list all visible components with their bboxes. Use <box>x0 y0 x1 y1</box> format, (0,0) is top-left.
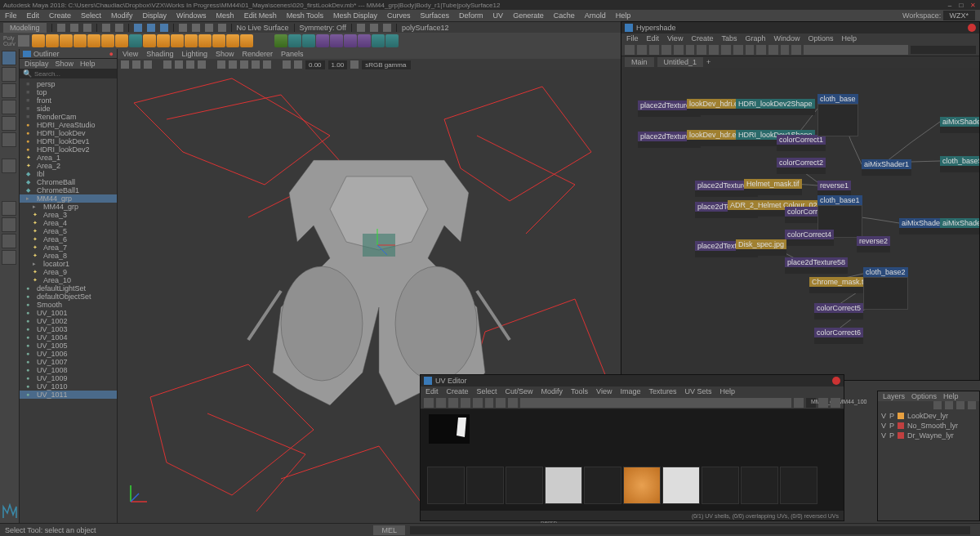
tree-item[interactable]: defaultObjectSet <box>20 293 117 301</box>
uv-tile[interactable] <box>702 467 739 504</box>
ipr-icon[interactable] <box>383 24 391 32</box>
disc-icon[interactable] <box>115 34 128 47</box>
platonic-icon[interactable] <box>129 34 142 47</box>
select-tool-icon[interactable] <box>2 51 16 65</box>
outliner-close-icon[interactable]: ● <box>109 50 114 58</box>
undo-icon[interactable] <box>102 24 110 32</box>
shader-node[interactable]: aiMixShader1SG <box>940 117 979 133</box>
uv-refresh-icon[interactable] <box>818 398 828 408</box>
uv-menu-view[interactable]: View <box>596 387 612 395</box>
svg-icon[interactable] <box>240 34 253 47</box>
tree-item[interactable]: UV_1004 <box>20 333 117 342</box>
tree-item[interactable]: HDRI_lookDev1 <box>20 137 117 145</box>
paint-tool-icon[interactable] <box>2 83 16 98</box>
select-mode-icon-2[interactable] <box>147 24 155 32</box>
layout-custom-icon[interactable] <box>2 250 16 265</box>
target-weld-icon[interactable] <box>385 34 399 47</box>
hs-graph-out-icon[interactable] <box>649 45 659 55</box>
hs-solo-icon[interactable] <box>791 45 801 55</box>
hs-add-icon[interactable] <box>662 45 671 55</box>
workspace-selector[interactable]: Workspace: WZX* <box>902 11 975 20</box>
layer-row[interactable]: VPLookDev_lyr <box>878 411 979 421</box>
layout-two-icon[interactable] <box>2 234 16 248</box>
uv-texture-field[interactable]: MM44_gr_MM44_100 <box>806 398 816 408</box>
last-tool-icon[interactable] <box>2 159 16 173</box>
uv-menu-edit[interactable]: Edit <box>425 387 439 395</box>
hs-menu-graph[interactable]: Graph <box>745 34 765 42</box>
shader-node[interactable]: colorCorrect1 <box>777 135 826 151</box>
command-line-input[interactable] <box>410 526 970 534</box>
uv-editor-close-icon[interactable] <box>832 377 840 385</box>
vp-menu-panels[interactable]: Panels <box>281 50 304 58</box>
layer-row[interactable]: VPNo_Smooth_lyr <box>878 421 979 431</box>
vp-lights-icon[interactable] <box>252 60 260 69</box>
shader-node[interactable]: Chrome_mask.tif <box>809 277 870 293</box>
hs-rearrange-icon[interactable] <box>697 45 706 55</box>
hs-hide-icon[interactable] <box>768 45 778 55</box>
torus-icon[interactable] <box>87 34 100 47</box>
mode-dropdown[interactable]: Modeling <box>3 23 47 33</box>
vp-grid-icon[interactable] <box>163 60 172 69</box>
search-input[interactable] <box>34 70 114 78</box>
layer-move-down-icon[interactable] <box>945 401 953 409</box>
vp-select-cam-icon[interactable] <box>121 60 129 69</box>
uv-menu-textures[interactable]: Textures <box>648 387 676 395</box>
layer-tab-help[interactable]: Help <box>943 392 959 400</box>
hs-remove-icon[interactable] <box>674 45 684 55</box>
helix-icon[interactable] <box>171 34 184 47</box>
symmetry-field[interactable]: Symmetry: Off <box>300 24 346 32</box>
vp-bookmark-icon[interactable] <box>132 60 140 69</box>
multicut-icon[interactable] <box>372 34 385 47</box>
mirror-icon[interactable] <box>358 34 371 47</box>
tree-item[interactable]: side <box>20 105 117 113</box>
plane-icon[interactable] <box>101 34 114 47</box>
shader-node[interactable]: reverse2 <box>857 236 890 252</box>
vp-gate-mask-icon[interactable] <box>198 60 206 69</box>
shelf-tab-icon[interactable] <box>18 35 29 47</box>
vp-menu-lighting[interactable]: Lighting <box>181 50 207 58</box>
shader-node[interactable]: aiMixShader2SG <box>940 218 979 234</box>
vp-gamma-icon[interactable] <box>350 60 359 69</box>
tree-item[interactable]: Area_5 <box>20 227 117 235</box>
type-icon[interactable] <box>226 34 239 47</box>
uv-tile[interactable] <box>466 467 504 504</box>
tree-item[interactable]: RenderCam <box>20 113 117 121</box>
uv-tile[interactable] <box>584 467 621 504</box>
uv-menu-tools[interactable]: Tools <box>571 387 588 395</box>
outliner-menu-display[interactable]: Display <box>24 60 49 68</box>
vp-menu-shading[interactable]: Shading <box>146 50 173 58</box>
tree-item[interactable]: Area_4 <box>20 219 117 227</box>
tree-item[interactable]: Area_2 <box>20 162 117 170</box>
uv-dim-icon[interactable] <box>473 398 483 408</box>
tree-item[interactable]: Area_1 <box>20 154 117 162</box>
shader-node[interactable]: colorCorrect2 <box>777 158 826 174</box>
soccer-icon[interactable] <box>198 34 212 47</box>
layer-tab-layers[interactable]: Layers <box>883 392 905 400</box>
hs-layout-icon[interactable] <box>709 45 719 55</box>
outliner-tree[interactable]: persptopfrontsideRenderCamHDRI_AreaStudi… <box>20 78 117 523</box>
tree-item[interactable]: UV_1006 <box>20 350 117 358</box>
uv-texture-icon[interactable] <box>794 398 804 408</box>
hs-menu-options[interactable]: Options <box>808 34 833 42</box>
menu-cache[interactable]: Cache <box>554 11 575 20</box>
uv-tile[interactable] <box>741 467 778 504</box>
hs-menu-create[interactable]: Create <box>691 34 713 42</box>
menu-surfaces[interactable]: Surfaces <box>421 11 450 20</box>
uv-menu-help[interactable]: Help <box>720 387 736 395</box>
shader-node[interactable]: cloth_base <box>817 94 858 136</box>
menu-curves[interactable]: Curves <box>387 11 411 20</box>
tree-item[interactable]: HDRI_lookDev <box>20 129 117 137</box>
shader-node[interactable]: colorCorrect6 <box>814 328 863 344</box>
menu-arnold[interactable]: Arnold <box>585 11 606 20</box>
uv-px-icon[interactable] <box>448 398 458 408</box>
menu-select[interactable]: Select <box>81 11 101 20</box>
layer-new-icon[interactable] <box>956 401 964 409</box>
uv-editor-titlebar[interactable]: UV Editor <box>421 375 844 386</box>
uv-editor-view[interactable] <box>421 409 844 511</box>
vp-zoom-field[interactable]: 1.00 <box>328 60 348 69</box>
uv-menu-modify[interactable]: Modify <box>541 387 564 395</box>
hs-graph-in-icon[interactable] <box>637 45 647 55</box>
menu-uv[interactable]: UV <box>493 11 504 20</box>
uv-menu-cut-sew[interactable]: Cut/Sew <box>506 387 533 395</box>
shader-node[interactable]: cloth_baseSG <box>940 156 979 172</box>
